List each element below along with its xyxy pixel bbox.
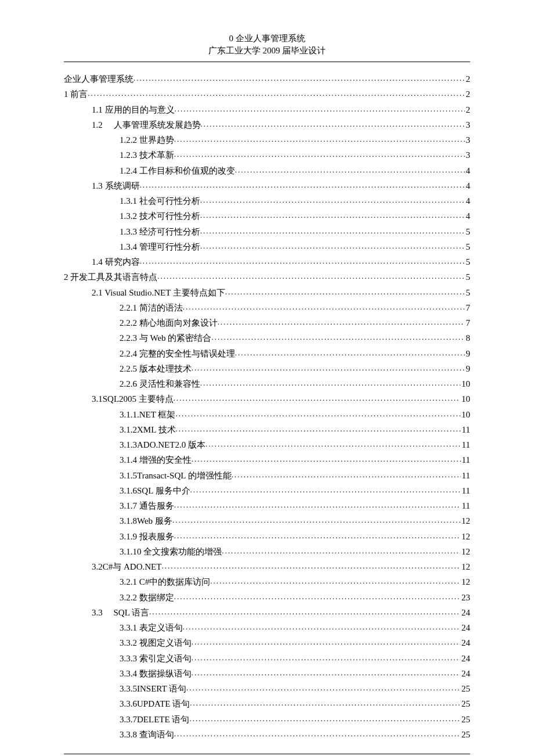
toc-entry[interactable]: 3.2C#与 ADO.NET12: [64, 559, 470, 574]
toc-entry[interactable]: 3.3.3 索引定义语句24: [64, 651, 470, 666]
toc-entry-page: 11: [461, 437, 470, 452]
footer-divider: [64, 754, 470, 754]
toc-entry-page: 25: [460, 727, 470, 742]
toc-entry-title: 2.2.6 灵活性和兼容性: [120, 376, 200, 391]
toc-entry-page: 12: [460, 559, 470, 574]
page-footer: 广东工业大学 企业人事管理系统__朱竞 2009-11-30 第 0 页: [64, 754, 470, 756]
toc-entry[interactable]: 2.2.6 灵活性和兼容性10: [64, 376, 470, 391]
toc-entry-page: 11: [461, 452, 470, 467]
toc-dots: [235, 164, 465, 177]
toc-dots: [200, 209, 465, 222]
toc-entry-page: 24: [460, 666, 470, 681]
toc-entry-title: 3.3.8 查询语句: [120, 727, 174, 742]
toc-entry-page: 25: [460, 681, 470, 696]
toc-entry[interactable]: 3.1.6SQL 服务中介11: [64, 483, 470, 498]
toc-entry-title: 3.1.6SQL 服务中介: [120, 483, 190, 498]
toc-entry[interactable]: 3.3.8 查询语句25: [64, 727, 470, 742]
toc-entry[interactable]: 3.3.5INSERT 语句25: [64, 681, 470, 696]
toc-dots: [201, 118, 465, 131]
toc-entry[interactable]: 2.2.1 简洁的语法7: [64, 300, 470, 315]
toc-entry-title: 3.1.5Transact-SQL 的增强性能: [120, 468, 232, 483]
toc-dots: [175, 408, 460, 421]
toc-entry-title: 2 开发工具及其语言特点: [64, 269, 157, 285]
toc-entry[interactable]: 2 开发工具及其语言特点5: [64, 269, 470, 285]
toc-entry[interactable]: 3.1.1.NET 框架10: [64, 407, 470, 422]
toc-dots: [222, 545, 460, 558]
toc-entry[interactable]: 3.1.3ADO.NET2.0 版本11: [64, 437, 470, 452]
toc-dots: [190, 697, 460, 710]
toc-entry-title: 1 前言: [64, 87, 88, 102]
toc-dots: [218, 316, 465, 329]
toc-entry-title: 1.2.2 世界趋势: [120, 132, 174, 147]
toc-dots: [174, 133, 465, 146]
toc-entry[interactable]: 3.1.10 全文搜索功能的增强12: [64, 544, 470, 559]
toc-entry[interactable]: 3.2.1 C#中的数据库访问12: [64, 574, 470, 589]
toc-entry[interactable]: 3.3.6UPDATE 语句25: [64, 696, 470, 711]
toc-entry-title: 1.3.3 经济可行性分析: [120, 224, 200, 239]
toc-entry[interactable]: 3.1.4 增强的安全性11: [64, 452, 470, 467]
toc-dots: [192, 651, 460, 665]
toc-entry-title: 企业人事管理系统: [64, 71, 134, 87]
toc-dots: [210, 575, 460, 588]
toc-entry-title: 3.2C#与 ADO.NET: [92, 559, 161, 574]
toc-entry[interactable]: 3.3.1 表定义语句24: [64, 620, 470, 635]
toc-entry-title: 1.3 系统调研: [92, 178, 140, 193]
toc-entry[interactable]: 1.2 人事管理系统发展趋势3: [64, 117, 470, 132]
toc-entry[interactable]: 3.1.2XML 技术11: [64, 422, 470, 437]
toc-entry[interactable]: 1.2.4 工作目标和价值观的改变4: [64, 163, 470, 178]
toc-entry[interactable]: 1 前言2: [64, 87, 470, 102]
toc-entry[interactable]: 3.2.2 数据绑定23: [64, 590, 470, 605]
toc-entry[interactable]: 3.3 SQL 语言24: [64, 605, 470, 620]
toc-entry-page: 11: [461, 422, 470, 437]
toc-entry-title: 1.3.2 技术可行性分析: [120, 208, 200, 224]
toc-entry-page: 4: [465, 208, 471, 224]
toc-dots: [174, 392, 460, 405]
toc-entry[interactable]: 3.1.7 通告服务11: [64, 498, 470, 513]
toc-entry-title: 3.3.3 索引定义语句: [120, 651, 192, 666]
page-header: 0 企业人事管理系统 广东工业大学 2009 届毕业设计: [64, 33, 470, 57]
toc-entry-title: 3.3.7DELETE 语句: [120, 712, 189, 727]
toc-dots: [140, 179, 465, 192]
toc-entry[interactable]: 1.3.1 社会可行性分析4: [64, 193, 470, 208]
toc-entry-page: 2: [465, 71, 471, 87]
toc-entry[interactable]: 1.2.2 世界趋势3: [64, 132, 470, 147]
toc-entry[interactable]: 3.1.8Web 服务12: [64, 513, 470, 528]
toc-entry-page: 7: [465, 315, 471, 330]
toc-entry-page: 11: [461, 468, 470, 483]
toc-entry[interactable]: 2.2.3 与 Web 的紧密结合8: [64, 330, 470, 345]
toc-entry[interactable]: 1.2.3 技术革新3: [64, 147, 470, 163]
toc-entry[interactable]: 2.2.4 完整的安全性与错误处理9: [64, 346, 470, 361]
toc-entry[interactable]: 3.1.5Transact-SQL 的增强性能11: [64, 468, 470, 483]
toc-entry-page: 4: [465, 193, 471, 208]
toc-entry[interactable]: 1.4 研究内容5: [64, 254, 470, 269]
toc-entry[interactable]: 3.1SQL2005 主要特点10: [64, 391, 470, 406]
toc-entry[interactable]: 2.1 Visual Studio.NET 主要特点如下5: [64, 285, 470, 300]
toc-entry-title: 3.1.2XML 技术: [120, 422, 176, 437]
toc-entry[interactable]: 3.3.2 视图定义语句24: [64, 635, 470, 650]
toc-dots: [174, 499, 461, 512]
toc-entry[interactable]: 3.1.9 报表服务12: [64, 529, 470, 544]
toc-dots: [88, 87, 464, 100]
toc-dots: [157, 270, 464, 283]
toc-entry-page: 5: [465, 239, 471, 254]
toc-entry[interactable]: 1.1 应用的目的与意义2: [64, 102, 470, 117]
toc-entry-title: 1.4 研究内容: [92, 254, 140, 269]
toc-entry[interactable]: 3.3.4 数据操纵语句24: [64, 666, 470, 681]
toc-entry-title: 3.2.2 数据绑定: [120, 590, 174, 605]
header-line-1: 0 企业人事管理系统: [64, 33, 470, 45]
toc-entry-page: 23: [460, 590, 470, 605]
toc-entry[interactable]: 1.3.3 经济可行性分析5: [64, 224, 470, 239]
toc-entry-title: 1.2.3 技术革新: [120, 147, 174, 163]
toc-entry[interactable]: 1.3.4 管理可行性分析5: [64, 239, 470, 254]
toc-entry[interactable]: 2.2.2 精心地面向对象设计7: [64, 315, 470, 330]
toc-entry[interactable]: 3.3.7DELETE 语句25: [64, 712, 470, 727]
toc-entry[interactable]: 2.2.5 版本处理技术9: [64, 361, 470, 376]
toc-entry-page: 24: [460, 620, 470, 635]
toc-entry-title: 3.1.8Web 服务: [120, 513, 172, 528]
toc-entry-title: 3.1.9 报表服务: [120, 529, 174, 544]
toc-dots: [192, 453, 461, 466]
toc-entry[interactable]: 1.3 系统调研4: [64, 178, 470, 193]
toc-entry[interactable]: 1.3.2 技术可行性分析4: [64, 208, 470, 224]
toc-entry-page: 9: [465, 361, 471, 376]
toc-entry[interactable]: 企业人事管理系统2: [64, 71, 470, 87]
